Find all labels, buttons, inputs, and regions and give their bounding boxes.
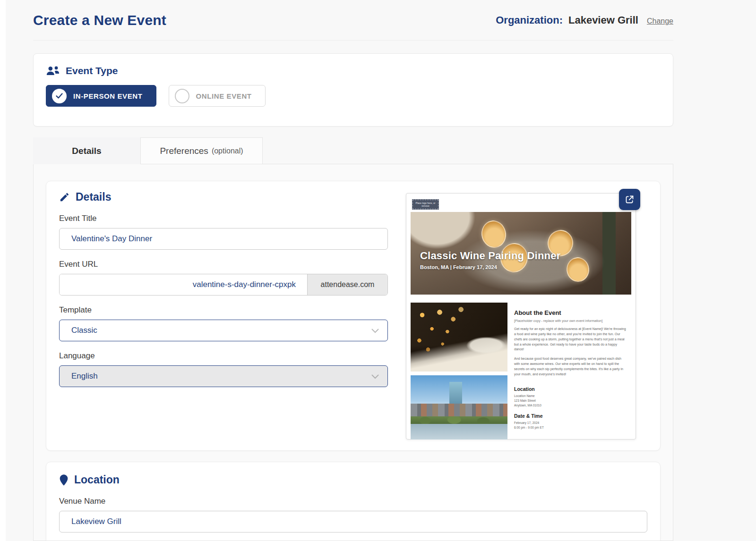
- preview-about-paragraph: And because good food deserves great com…: [514, 356, 627, 377]
- preview-hero-image: Classic Wine Pairing Dinner Boston, MA |…: [411, 212, 631, 295]
- event-url-input[interactable]: [60, 274, 307, 295]
- trees-shape: [411, 416, 507, 425]
- language-select[interactable]: English: [59, 365, 388, 387]
- location-title: Location: [74, 473, 120, 486]
- in-person-event-label: IN-PERSON EVENT: [73, 92, 143, 100]
- details-heading: Details: [59, 191, 388, 203]
- event-type-heading: Event Type: [46, 65, 661, 76]
- language-label: Language: [59, 351, 388, 361]
- chevron-down-icon: [371, 329, 379, 333]
- page-title: Create a New Event: [33, 12, 166, 28]
- template-field: Template Classic: [59, 305, 388, 341]
- logo-placeholder: Place logo here, or remove: [412, 199, 439, 210]
- event-title-label: Event Title: [59, 214, 388, 223]
- event-page-preview: Place logo here, or remove Classic Wine …: [406, 193, 636, 440]
- preview-datetime-heading: Date & Time: [514, 413, 627, 419]
- open-preview-button[interactable]: [619, 189, 640, 210]
- location-heading: Location: [59, 473, 647, 486]
- preview-body: About the Event [Placeholder copy - repl…: [411, 301, 631, 440]
- venue-name-label: Venue Name: [59, 497, 647, 506]
- template-selected-value: Classic: [71, 326, 97, 335]
- preview-hero-text: Classic Wine Pairing Dinner Boston, MA |…: [420, 250, 560, 270]
- wine-glass-shape: [479, 218, 509, 250]
- online-event-label: ONLINE EVENT: [196, 92, 252, 100]
- page-header: Create a New Event Organization: Lakevie…: [33, 0, 673, 41]
- external-link-icon: [625, 194, 635, 204]
- radio-circle-icon: [175, 89, 189, 103]
- organization-info: Organization: Lakeview Grill Change: [496, 14, 673, 26]
- in-person-event-button[interactable]: IN-PERSON EVENT: [46, 85, 156, 107]
- details-card: Details Event Title Event URL attendease…: [46, 181, 661, 451]
- organization-name: Lakeview Grill: [568, 14, 638, 26]
- event-url-field: Event URL attendease.com: [59, 260, 388, 296]
- location-card: Location Venue Name: [46, 462, 661, 541]
- preview-event-subtitle: Boston, MA | February 17, 2024: [420, 264, 560, 270]
- change-organization-link[interactable]: Change: [647, 17, 673, 25]
- template-label: Template: [59, 305, 388, 315]
- preview-image-column: [411, 303, 507, 440]
- details-form: Details Event Title Event URL attendease…: [59, 191, 388, 397]
- preview-datetime-line: 6:00 pm - 9:00 pm ET: [514, 425, 627, 430]
- preview-event-title: Classic Wine Pairing Dinner: [420, 250, 560, 262]
- form-tabs: Details Preferences (optional): [33, 137, 263, 164]
- tab-preferences[interactable]: Preferences (optional): [140, 137, 263, 164]
- preview-about-paragraph: Get ready for an epic night of delicious…: [514, 327, 627, 352]
- chevron-down-icon: [371, 374, 379, 379]
- language-selected-value: English: [71, 372, 98, 381]
- online-event-button[interactable]: ONLINE EVENT: [169, 85, 266, 107]
- tab-details[interactable]: Details: [33, 137, 140, 164]
- language-field: Language English: [59, 351, 388, 387]
- event-type-card: Event Type IN-PERSON EVENT ONLINE EVENT: [33, 53, 673, 127]
- venue-name-input[interactable]: [59, 511, 647, 533]
- venue-name-field: Venue Name: [59, 497, 647, 533]
- tab-preferences-optional: (optional): [212, 147, 243, 155]
- pencil-icon: [59, 192, 70, 203]
- dinner-table-image: [411, 303, 507, 372]
- details-tab-panel: Details Event Title Event URL attendease…: [33, 164, 673, 541]
- preview-datetime-line: February 17, 2024: [514, 421, 627, 425]
- users-icon: [46, 65, 60, 76]
- preview-text-column: About the Event [Placeholder copy - repl…: [513, 301, 631, 440]
- event-url-group: attendease.com: [59, 274, 388, 296]
- template-select[interactable]: Classic: [59, 320, 388, 341]
- water-shape: [411, 424, 507, 440]
- event-title-field: Event Title: [59, 214, 388, 250]
- details-title: Details: [76, 191, 111, 203]
- preview-about-heading: About the Event: [514, 309, 627, 316]
- preview-location-line: Anytown, MA 01010: [514, 403, 627, 408]
- event-url-label: Event URL: [59, 260, 388, 269]
- event-type-title: Event Type: [66, 65, 118, 76]
- preview-location-heading: Location: [514, 386, 627, 392]
- boston-skyline-image: [411, 375, 507, 440]
- preview-about-placeholder: [Placeholder copy - replace with your ow…: [514, 319, 627, 322]
- organization-label: Organization:: [496, 14, 563, 26]
- event-type-options: IN-PERSON EVENT ONLINE EVENT: [46, 85, 661, 107]
- check-icon: [52, 89, 67, 103]
- preview-location-line: 123 Main Street: [514, 398, 627, 403]
- tab-preferences-label: Preferences: [160, 146, 208, 156]
- preview-location-line: Location Name: [514, 394, 627, 398]
- map-pin-icon: [59, 474, 69, 486]
- event-url-domain: attendease.com: [307, 274, 387, 295]
- wine-glass-shape: [565, 256, 590, 283]
- tab-details-label: Details: [72, 146, 101, 156]
- create-event-page: Create a New Event Organization: Lakevie…: [6, 0, 756, 541]
- event-title-input[interactable]: [59, 228, 388, 250]
